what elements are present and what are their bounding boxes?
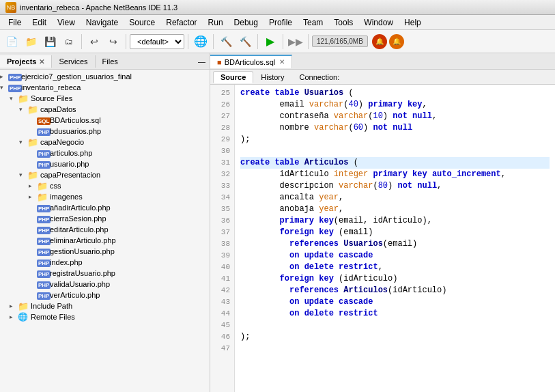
tree-icon-php: PHP — [37, 203, 48, 212]
tree-label-css: css — [50, 182, 61, 190]
code-line-46: ); — [240, 331, 550, 343]
tree-label-verArt: verArticulo.php — [50, 291, 100, 299]
sub-tab-source[interactable]: Source — [213, 71, 253, 83]
code-line-38: references Usuarios(email) — [240, 238, 550, 250]
close-panel-button[interactable]: — — [194, 56, 210, 67]
notif-icon1[interactable]: 🔔 — [372, 34, 387, 49]
build-button[interactable]: 🔨 — [217, 33, 235, 51]
tree-item-BDArticulos[interactable]: SQLBDArticulos.sql — [0, 115, 210, 126]
editor-tab-bdarticulos[interactable]: ■ BDArticulos.sql ✕ — [210, 55, 292, 68]
tab-files[interactable]: Files — [96, 55, 125, 68]
tree-item-usuario[interactable]: PHPusuario.php — [0, 158, 210, 169]
tree-label-BDArticulos: BDArticulos.sql — [50, 116, 101, 124]
menu-item-profile[interactable]: Profile — [264, 16, 298, 29]
tab-projects[interactable]: Projects✕ — [0, 55, 52, 68]
tree-item-verArt[interactable]: PHPverArticulo.php — [0, 290, 210, 300]
tree-icon-php: PHP — [37, 126, 48, 136]
menu-item-run[interactable]: Run — [203, 16, 229, 29]
tree-label-validaUs: validaUsuario.php — [50, 280, 110, 288]
save-button[interactable]: 💾 — [41, 33, 59, 51]
tree-icon-php: PHP — [37, 225, 48, 234]
tree-item-imagenes[interactable]: ▸📁imagenes — [0, 191, 210, 202]
toolbar: 📄 📁 💾 🗂 ↩ ↪ <default> 🌐 🔨 🔨 ▶ ▶▶ 121,6/1… — [0, 30, 555, 53]
editor-tab-bar: ■ BDArticulos.sql ✕ — [210, 53, 555, 70]
sub-tab-history[interactable]: History — [253, 71, 291, 83]
tree-item-validaUs[interactable]: PHPvalidaUsuario.php — [0, 279, 210, 290]
tree-item-capaPresent[interactable]: ▾📁capaPresentacion — [0, 169, 210, 180]
tree-item-php1[interactable]: ▸PHPejercicio7_gestion_usuarios_final — [0, 71, 210, 82]
line-num-43: 43 — [210, 296, 234, 308]
menu-item-window[interactable]: Window — [358, 16, 399, 29]
redo-button[interactable]: ↪ — [104, 33, 122, 51]
tree-arrow-css: ▸ — [29, 182, 37, 189]
line-num-28: 28 — [210, 122, 234, 134]
menu-item-refactor[interactable]: Refactor — [160, 16, 202, 29]
tree-arrow-remoteFiles: ▸ — [10, 313, 18, 320]
app-icon: NB — [5, 2, 16, 13]
line-num-25: 25 — [210, 87, 234, 99]
code-content[interactable]: create table Usuarios ( email varchar(40… — [235, 85, 555, 392]
new-button[interactable]: 📄 — [3, 33, 20, 51]
menu-item-tools[interactable]: Tools — [328, 16, 358, 29]
code-line-26: email varchar(40) primary key, — [240, 99, 550, 111]
tree-item-remoteFiles[interactable]: ▸🌐Remote Files — [0, 311, 210, 322]
tree-item-capaNegocio[interactable]: ▾📁capaNegocio — [0, 137, 210, 148]
memory-indicator[interactable]: 121,6/165,0MB — [312, 36, 368, 47]
menu-item-help[interactable]: Help — [399, 16, 427, 29]
tree-label-articulos: articulos.php — [50, 149, 92, 157]
close-projects-tab[interactable]: ✕ — [39, 58, 44, 66]
tree-item-includePath[interactable]: ▸📁Include Path — [0, 300, 210, 311]
tree-item-cierraSes[interactable]: PHPcierraSesion.php — [0, 213, 210, 224]
tree-label-capaDatos: capaDatos — [40, 105, 76, 113]
close-editor-tab[interactable]: ✕ — [279, 58, 285, 66]
undo-button[interactable]: ↩ — [85, 33, 103, 51]
tab-services[interactable]: Services — [52, 55, 95, 68]
menu-item-edit[interactable]: Edit — [27, 16, 52, 29]
notif-icon2[interactable]: 🔔 — [389, 34, 404, 49]
tree-item-php2[interactable]: ▾PHPinventario_rebeca — [0, 82, 210, 93]
tree-label-php1: ejercicio7_gestion_usuarios_final — [21, 72, 132, 81]
tree-item-css[interactable]: ▸📁css — [0, 180, 210, 191]
tree-item-eliminarArt[interactable]: PHPeliminarArticulo.php — [0, 235, 210, 246]
browser-button[interactable]: 🌐 — [192, 33, 210, 51]
tree-item-anadirArt[interactable]: PHPañadirArticulo.php — [0, 202, 210, 213]
code-line-34: ancalta year, — [240, 192, 550, 204]
line-num-33: 33 — [210, 180, 234, 192]
tree-item-capaDatos[interactable]: ▾📁capaDatos — [0, 104, 210, 115]
menu-item-navigate[interactable]: Navigate — [81, 16, 124, 29]
open-button[interactable]: 📁 — [22, 33, 40, 51]
tree-item-src[interactable]: ▾📁Source Files — [0, 93, 210, 104]
clean-build-button[interactable]: 🔨 — [236, 33, 254, 51]
tree-label-registraUs: registraUsuario.php — [50, 269, 115, 277]
sep6 — [283, 34, 283, 49]
menu-item-view[interactable]: View — [52, 16, 81, 29]
debug-run-button[interactable]: ▶▶ — [287, 33, 304, 51]
sub-tab-connection[interactable]: Connection: — [292, 71, 347, 83]
tree-item-editarArt[interactable]: PHPeditarArticulo.php — [0, 224, 210, 235]
menu-item-file[interactable]: File — [3, 16, 27, 29]
project-dropdown[interactable]: <default> — [130, 34, 184, 49]
menu-item-team[interactable]: Team — [298, 16, 328, 29]
menu-item-source[interactable]: Source — [124, 16, 160, 29]
tree-arrow-includePath: ▸ — [10, 303, 18, 309]
tree-arrow-capaDatos: ▾ — [19, 106, 27, 113]
tree-item-articulos[interactable]: PHParticulos.php — [0, 148, 210, 158]
sep5 — [257, 34, 258, 49]
menu-bar: FileEditViewNavigateSourceRefactorRunDeb… — [0, 15, 555, 30]
line-num-36: 36 — [210, 215, 234, 227]
tree-icon-php: PHP — [37, 159, 48, 169]
menu-item-debug[interactable]: Debug — [229, 16, 264, 29]
save-all-button[interactable]: 🗂 — [60, 33, 78, 51]
line-num-45: 45 — [210, 320, 234, 331]
tree-item-index[interactable]: PHPindex.php — [0, 257, 210, 268]
line-num-26: 26 — [210, 99, 234, 111]
tree-item-registraUs[interactable]: PHPregistraUsuario.php — [0, 268, 210, 279]
tree-arrow-src: ▾ — [10, 95, 18, 102]
tree-item-bdusuarios[interactable]: PHPbdusuarios.php — [0, 126, 210, 137]
tree-item-gestionUs[interactable]: PHPgestionUsuario.php — [0, 246, 210, 257]
tree-icon-folder: 📁 — [27, 170, 38, 180]
run-button[interactable]: ▶ — [261, 33, 279, 51]
tree-label-php2: inventario_rebeca — [21, 83, 81, 92]
line-num-42: 42 — [210, 285, 234, 296]
code-line-36: primary key(email, idArticulo), — [240, 215, 550, 227]
